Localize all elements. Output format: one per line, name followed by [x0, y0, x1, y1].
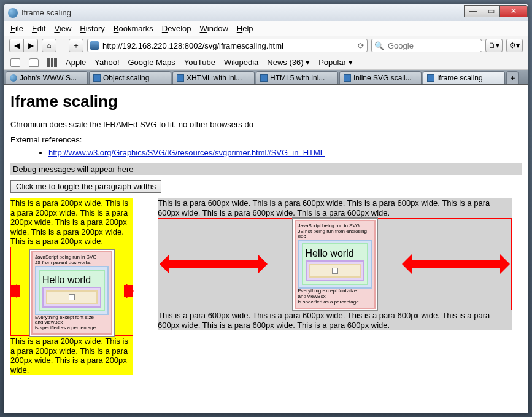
menu-bookmarks[interactable]: Bookmarks [114, 24, 153, 33]
tab-2[interactable]: XHTML with inl... [172, 71, 255, 84]
bookmarks-bar: Apple Yahoo! Google Maps YouTube Wikiped… [4, 55, 528, 70]
close-button[interactable]: ✕ [499, 5, 528, 17]
favicon [93, 74, 101, 82]
tabbar: John's WWW S... Object scaling XHTML wit… [4, 70, 528, 85]
tab-label: Iframe scaling [437, 74, 483, 82]
menu-view[interactable]: View [54, 24, 71, 33]
site-icon [90, 41, 99, 50]
arrow-left-icon [11, 285, 20, 297]
search-input[interactable] [387, 41, 492, 51]
url-input[interactable] [101, 41, 355, 51]
tab-5[interactable]: Iframe scaling [423, 71, 505, 84]
arrow-left-icon [164, 260, 263, 268]
tab-label: John's WWW S... [20, 74, 77, 82]
toolbar: ◀ ▶ ⌂ ＋ ⟳ 🔍 🗋▾ ⚙▾ [4, 36, 528, 55]
menu-window[interactable]: Window [200, 24, 228, 33]
column-200: This is a para 200px wide. This is a par… [10, 198, 133, 375]
iframe-600: JavaScript being run in SVG JS not being… [158, 218, 512, 310]
tab-label: Object scaling [103, 74, 149, 82]
toggle-widths-button[interactable]: Click me to toggle the paragraph widths [10, 180, 161, 193]
menubar: File Edit View History Bookmarks Develop… [4, 21, 528, 36]
menu-develop[interactable]: Develop [162, 24, 191, 33]
bookmark-apple[interactable]: Apple [66, 58, 86, 67]
favicon [177, 74, 184, 82]
intro-text: Chromium does scale the IFRAMEd SVG to f… [10, 120, 522, 129]
page-heading: Iframe scaling [10, 92, 522, 111]
page-content: Iframe scaling Chromium does scale the I… [4, 85, 528, 413]
search-icon: 🔍 [374, 41, 384, 50]
menu-history[interactable]: History [80, 24, 104, 33]
svg-text: is specified as a percentage [298, 300, 372, 305]
back-button[interactable]: ◀ [9, 39, 24, 52]
para-200-top: This is a para 200px wide. This is a par… [10, 198, 133, 247]
bookmark-wikipedia[interactable]: Wikipedia [224, 58, 258, 67]
menu-edit[interactable]: Edit [32, 24, 45, 33]
column-600: This is a para 600px wide. This is a par… [158, 198, 512, 330]
iframe-200: JavaScript being run in SVG JS from pare… [10, 247, 133, 336]
new-tab-button[interactable]: ＋ [506, 71, 519, 84]
tab-1[interactable]: Object scaling [89, 71, 171, 84]
url-bar[interactable]: ⟳ [87, 39, 368, 52]
favicon [344, 74, 351, 82]
bookmark-popular[interactable]: Popular ▾ [318, 58, 352, 67]
reading-list-icon[interactable] [29, 58, 39, 67]
search-bar[interactable]: 🔍 [371, 39, 482, 52]
svg-text: is specified as a percentage [35, 325, 109, 331]
svg-text: JS not being run from enclosing doc [298, 229, 372, 240]
svg-hello: Hello world [42, 275, 101, 286]
bookmark-youtube[interactable]: YouTube [184, 58, 215, 67]
add-bookmark-button[interactable]: ＋ [69, 39, 83, 52]
show-bookmarks-icon[interactable] [10, 58, 20, 67]
svg-content: JavaScript being run in SVG JS not being… [292, 217, 378, 311]
tab-label: XHTML with inl... [187, 74, 242, 82]
refs-label: External references: [10, 135, 522, 144]
page-menu-button[interactable]: 🗋▾ [485, 39, 503, 52]
home-button[interactable]: ⌂ [42, 39, 56, 52]
debug-bar: Debug messages will appear here [10, 163, 522, 175]
svg-hello: Hello world [306, 248, 364, 259]
forward-button[interactable]: ▶ [23, 39, 38, 52]
reload-icon[interactable]: ⟳ [358, 41, 364, 50]
svg-text: JS from parent doc works [35, 260, 109, 266]
para-600-bottom: This is a para 600px wide. This is a par… [158, 310, 512, 330]
app-icon [8, 8, 18, 18]
tab-0[interactable]: John's WWW S... [6, 71, 88, 84]
favicon [10, 74, 17, 82]
maximize-button[interactable]: ▭ [482, 5, 500, 17]
minimize-button[interactable]: — [464, 5, 482, 17]
para-200-bottom: This is a para 200px wide. This is a par… [10, 336, 133, 375]
reference-link[interactable]: http://www.w3.org/Graphics/SVG/IG/resour… [48, 148, 325, 157]
settings-button[interactable]: ⚙▾ [506, 39, 523, 52]
arrow-right-icon [407, 260, 505, 268]
bookmark-yahoo[interactable]: Yahoo! [94, 58, 119, 67]
tab-4[interactable]: Inline SVG scali... [339, 71, 422, 84]
tab-label: HTML5 with inl... [270, 74, 325, 82]
top-sites-icon[interactable] [47, 58, 57, 67]
bookmark-news[interactable]: News (36) ▾ [267, 58, 310, 67]
para-600-top: This is a para 600px wide. This is a par… [158, 198, 512, 218]
window-title: Iframe scaling [21, 8, 465, 17]
titlebar: Iframe scaling — ▭ ✕ [4, 4, 528, 21]
menu-file[interactable]: File [10, 24, 23, 33]
bookmark-gmaps[interactable]: Google Maps [128, 58, 175, 67]
arrow-right-icon [124, 285, 133, 297]
favicon [427, 74, 434, 82]
svg-content: JavaScript being run in SVG JS from pare… [29, 249, 115, 337]
tab-3[interactable]: HTML5 with inl... [256, 71, 338, 84]
favicon [260, 74, 268, 82]
tab-label: Inline SVG scali... [353, 74, 412, 82]
menu-help[interactable]: Help [237, 24, 253, 33]
